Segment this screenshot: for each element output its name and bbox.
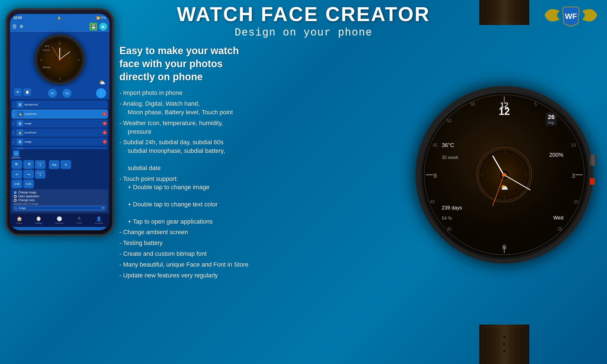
svg-line-30 [428, 214, 432, 216]
watch-temperature: 36°C [442, 142, 454, 148]
feature-item: - Import photo in phone [119, 89, 275, 97]
save-button[interactable]: 💾 [89, 23, 97, 31]
tool-row-1: 🔍 🔎 RESET↺ Aa ≡ [12, 160, 108, 169]
more-options-button[interactable]: ⋮ [96, 88, 106, 98]
features-section: Easy to make your watch face with your p… [119, 44, 275, 282]
svg-text:9: 9 [40, 59, 42, 61]
watch-percent: 200% [549, 152, 563, 158]
layers-icon[interactable]: 📋 [23, 88, 31, 96]
layer-delete-button[interactable]: ✕ [102, 112, 106, 116]
svg-text:40: 40 [430, 199, 435, 204]
svg-text:45: 45 [433, 143, 437, 148]
big-watch: 12 3 9 6 [415, 86, 593, 264]
nav-account-label: Account [95, 222, 103, 224]
change-image-label: Change image [18, 191, 36, 194]
layer-num: 0 [13, 113, 16, 115]
account-icon: 👤 [96, 216, 102, 221]
tool-row-3: ↺45 ↻45 [12, 180, 108, 188]
feature-item: - Create and custom bitmap font [119, 250, 275, 258]
nav-fonts[interactable]: A Fonts [76, 216, 82, 224]
add-item-label: Add item [12, 156, 21, 159]
watch-days: 239 days [442, 205, 462, 211]
layer-item[interactable]: 0 👆 touchPoint ✕ [12, 110, 108, 118]
nav-home[interactable]: 🏠 Home [16, 216, 22, 224]
feature-item: - Many beautiful, unique Face and Font i… [119, 261, 275, 269]
redo-button[interactable]: ↪ [62, 89, 71, 98]
radio-open-app[interactable] [14, 195, 17, 198]
layer-name: touchPoint [25, 113, 101, 115]
layer-name: Image [24, 122, 102, 125]
undo-button[interactable]: ↩ [48, 89, 57, 98]
nav-design-label: Design [35, 222, 42, 224]
layer-item[interactable]: 2 👆 touchPoint ✕ [12, 128, 108, 137]
bottom-panel: + Add item 🔍 🔎 RESET↺ Aa ≡ ↩ ↪ RESET↺ [10, 149, 109, 213]
font-button[interactable]: Aa [49, 160, 59, 169]
copy-icon[interactable]: 👁 [14, 88, 22, 96]
layer-item[interactable]: 4 🔋 Battery level ✕ [12, 147, 108, 149]
reset-button[interactable]: RESET↺ [35, 160, 46, 169]
tagline-line2: face with your photos [119, 58, 223, 69]
hamburger-icon[interactable]: ☰ [12, 24, 17, 30]
tagline-line3: directly on phone [119, 71, 203, 82]
open-app-label: Open application [18, 195, 39, 198]
small-watch-days: 035 days [42, 66, 50, 68]
svg-line-26 [566, 230, 569, 233]
layer-thumb: 👆 [17, 111, 24, 117]
layer-name: Image [24, 140, 102, 143]
add-item-button[interactable]: + Add item [12, 150, 21, 159]
svg-line-23 [566, 117, 569, 120]
nav-account[interactable]: 👤 Account [95, 216, 103, 224]
svg-line-22 [544, 99, 545, 103]
svg-line-27 [544, 247, 545, 251]
image-select-dropdown[interactable]: 1 - Image ▼ [14, 206, 106, 210]
options-panel: Change image Open application Change col… [12, 189, 108, 212]
svg-line-21 [428, 134, 432, 135]
weather-icon: ⛅ [99, 79, 105, 85]
rotate-right-button[interactable]: ↻45 [23, 180, 34, 188]
layer-num: 2 [13, 132, 16, 134]
format-button[interactable]: ≡ [61, 160, 71, 169]
phone-screen: 12:03 🔒 📶 57% ☰ ⚙ 💾 ▶ 2 [10, 14, 109, 230]
layer-delete-button[interactable]: ✕ [103, 140, 107, 144]
radio-change-image[interactable] [14, 191, 17, 194]
feature-item: - Testing battery [119, 239, 275, 247]
undo-button2[interactable]: ↩ [12, 170, 22, 179]
option-change-color[interactable]: Change color [14, 199, 106, 202]
nav-design[interactable]: ⌚ Design [35, 216, 42, 224]
option-change-image[interactable]: Change image [14, 191, 106, 194]
svg-point-9 [59, 58, 61, 60]
layer-item[interactable]: 🖼 Background [12, 100, 108, 109]
radio-change-color[interactable] [14, 199, 17, 202]
layer-item[interactable]: 3 🖼 Image ✕ [12, 138, 108, 146]
svg-text:3: 3 [572, 173, 575, 179]
preview-button[interactable]: ▶ [99, 23, 107, 31]
layer-delete-button[interactable]: ✕ [103, 131, 107, 135]
layer-delete-button[interactable]: ✕ [103, 122, 107, 125]
watch-preview-area: 20°C 05 week 12 3 9 6 [10, 32, 109, 87]
status-time: 12:03 [13, 16, 22, 20]
svg-text:3: 3 [78, 59, 79, 61]
option-note: Double click on image [14, 203, 106, 205]
layer-num: 1 [13, 122, 16, 125]
redo-button2[interactable]: ↪ [23, 170, 34, 179]
nav-watches[interactable]: 🕐 Watches [55, 216, 64, 224]
rotate-left-button[interactable]: ↺45 [12, 180, 22, 188]
option-open-app[interactable]: Open application [14, 195, 106, 198]
zoom-out-button[interactable]: 🔎 [23, 160, 34, 169]
layer-item[interactable]: 1 🖼 Image ✕ [12, 119, 108, 128]
feature-item: - Analog, Digital, Watch hand,Moon phase… [119, 100, 275, 117]
layer-thumb: 🖼 [17, 101, 23, 108]
svg-text:10: 10 [571, 143, 576, 148]
svg-line-24 [576, 134, 580, 135]
status-icons: 📶 57% [96, 16, 106, 19]
bottom-nav: 🏠 Home ⌚ Design 🕐 Watches A Fonts 👤 [10, 213, 109, 227]
reset-button2[interactable]: RESET↺ [35, 170, 46, 179]
svg-line-29 [439, 230, 442, 233]
tool-row-2: ↩ ↪ RESET↺ [12, 170, 108, 179]
zoom-in-button[interactable]: 🔍 [12, 160, 22, 169]
tagline-line1: Easy to make your watch [119, 45, 239, 56]
settings-icon[interactable]: ⚙ [19, 24, 23, 29]
svg-text:WF: WF [565, 12, 577, 21]
watches-icon: 🕐 [57, 216, 62, 221]
phone-outer: 12:03 🔒 📶 57% ☰ ⚙ 💾 ▶ 2 [6, 8, 114, 236]
